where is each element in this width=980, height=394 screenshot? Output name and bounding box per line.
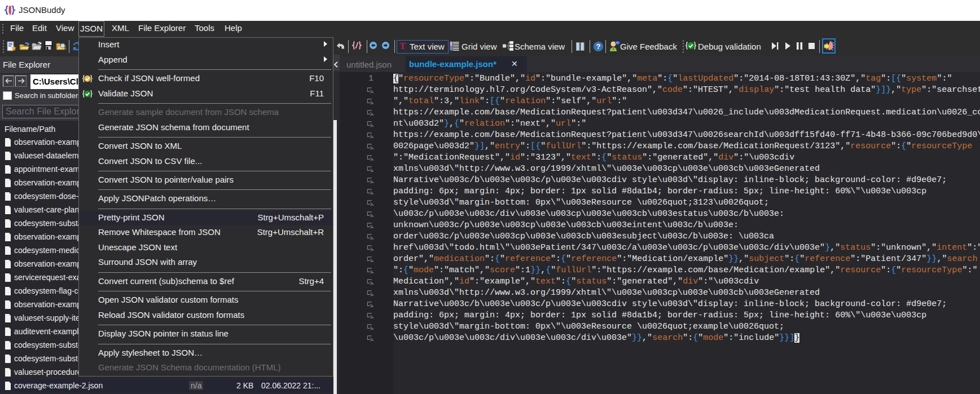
svg-text:?: ? <box>596 42 601 51</box>
